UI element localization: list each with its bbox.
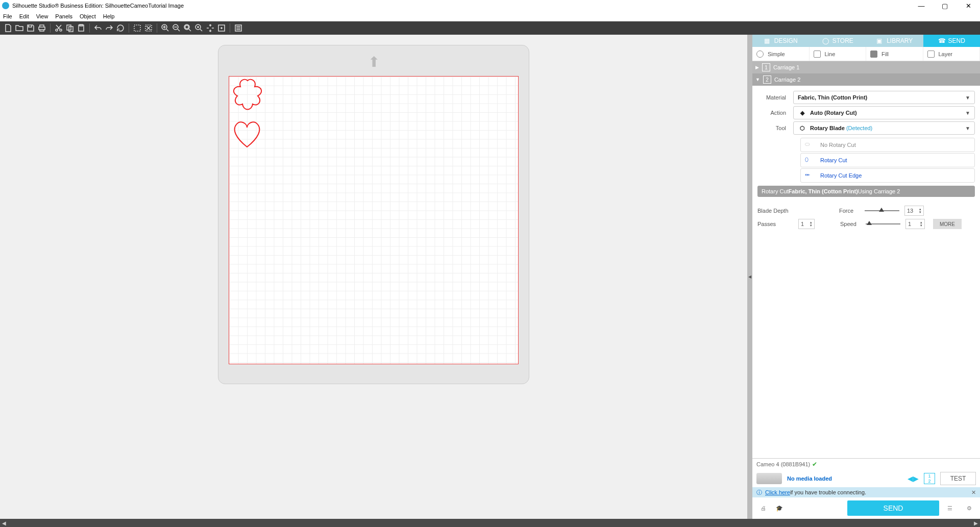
mode-fill[interactable]: Fill [866,47,923,61]
zoom-in-icon[interactable] [160,23,170,33]
material-dropdown[interactable]: Fabric, Thin (Cotton Print) ▼ [793,91,975,104]
caret-down-icon: ▼ [965,110,970,116]
zoom-out-icon[interactable] [172,23,182,33]
open-file-icon[interactable] [14,23,24,33]
fit-page-icon[interactable] [216,23,227,33]
redo-icon[interactable] [104,23,114,33]
carriage-2-label: Carriage 2 [774,77,800,83]
speed-slider[interactable] [866,221,900,227]
flower-shape[interactable] [231,79,264,112]
zoom-selection-icon[interactable] [183,23,193,33]
toolbar [0,21,980,35]
separator [157,23,157,33]
menu-view[interactable]: View [36,13,48,19]
test-button[interactable]: TEST [940,472,976,485]
tool-settings: Material Fabric, Thin (Cotton Print) ▼ A… [752,86,980,201]
tab-design[interactable]: ▦DESIGN [752,35,810,47]
stepper-icon[interactable]: ▴▾ [810,221,812,227]
carriage-toggle[interactable]: 12 [924,473,935,484]
horizontal-scrollbar[interactable]: ◀ ▶ [0,519,980,527]
tool-row: Tool ⬡Rotary Blade (Detected) ▼ [757,120,975,136]
graduation-icon[interactable]: 🎓 [774,503,785,514]
force-slider[interactable] [865,208,899,213]
passes-input[interactable]: 1▴▾ [798,219,815,229]
tab-library[interactable]: ▣LIBRARY [866,35,923,47]
action-dropdown[interactable]: ◆Auto (Rotary Cut) ▼ [793,106,975,119]
action-value: Auto (Rotary Cut) [810,110,857,116]
gear-icon[interactable]: ⚙ [964,503,975,514]
rotary-edge-icon: ⬰ [805,171,815,180]
mode-line[interactable]: Line [810,47,867,61]
carriage-1-header[interactable]: ▶ 1 Carriage 1 [752,61,980,73]
option-rotary-cut[interactable]: ⬯ Rotary Cut [800,153,975,167]
tool-dropdown[interactable]: ⬡Rotary Blade (Detected) ▼ [793,121,975,135]
close-trouble-icon[interactable]: ✕ [971,489,976,496]
mode-simple-label: Simple [768,51,785,57]
refresh-icon[interactable] [115,23,126,33]
new-file-icon[interactable] [3,23,13,33]
action-row: Action ◆Auto (Rotary Cut) ▼ [757,105,975,120]
tab-design-label: DESIGN [774,37,798,44]
cutting-mat: ⬆ [218,45,529,384]
load-arrow-icon: ⬆ [368,54,380,70]
info-icon: ⓘ [756,489,762,496]
minimize-button[interactable]: — [910,0,933,11]
trouble-link[interactable]: Click here [765,489,790,495]
heart-shape[interactable] [231,119,263,149]
mode-layer-label: Layer [939,51,953,57]
blade-depth-label: Blade Depth [757,208,793,214]
cut-icon[interactable] [54,23,64,33]
blade-icon: ◆ [798,108,807,117]
scroll-left-icon[interactable]: ◀ [0,519,8,527]
window-controls: — ▢ ✕ [910,0,980,11]
mode-fill-label: Fill [881,51,889,57]
more-label: MORE [940,221,955,227]
device-icon[interactable]: 🖨 [757,503,769,514]
load-arrows-icon[interactable]: ◀▶ [908,474,919,483]
option-rotary-cut-edge[interactable]: ⬰ Rotary Cut Edge [800,168,975,183]
save-icon[interactable] [26,23,36,33]
zoom-drag-icon[interactable] [194,23,204,33]
stepper-icon[interactable]: ▴▾ [919,208,921,214]
send-icon: ☎ [938,37,945,44]
scroll-right-icon[interactable]: ▶ [972,519,980,527]
passes-label: Passes [757,221,793,227]
rotary-cut-icon: ⬯ [805,156,815,164]
separator [129,23,129,33]
design-canvas[interactable] [229,76,519,364]
preferences-icon[interactable] [233,23,243,33]
deselect-icon[interactable] [143,23,154,33]
menu-edit[interactable]: Edit [19,13,29,19]
copy-icon[interactable] [65,23,75,33]
more-button[interactable]: MORE [933,219,962,229]
caret-down-icon: ▼ [965,126,970,131]
mode-layer[interactable]: Layer [923,47,981,61]
print-icon[interactable] [37,23,47,33]
close-button[interactable]: ✕ [957,0,980,11]
carriage-2-header[interactable]: ▼ 2 Carriage 2 [752,73,980,86]
list-icon[interactable]: ☰ [944,503,955,514]
menu-panels[interactable]: Panels [55,13,72,19]
menu-help[interactable]: Help [103,13,115,19]
tab-send[interactable]: ☎SEND [923,35,981,47]
maximize-button[interactable]: ▢ [933,0,957,11]
force-input[interactable]: 13▴▾ [904,206,924,216]
canvas-area[interactable]: ⬆ [0,35,747,519]
send-button-label: SEND [884,504,903,512]
menu-object[interactable]: Object [80,13,96,19]
option-no-rotary-cut[interactable]: ⬭ No Rotary Cut [800,138,975,152]
tab-store[interactable]: ◯STORE [810,35,867,47]
undo-icon[interactable] [93,23,103,33]
paste-icon[interactable] [76,23,86,33]
cut-options: ⬭ No Rotary Cut ⬯ Rotary Cut ⬰ Rotary Cu… [800,138,975,183]
spacer [752,234,980,458]
speed-input[interactable]: 1▴▾ [905,219,925,229]
send-button[interactable]: SEND [847,500,939,516]
select-all-icon[interactable] [132,23,142,33]
mat-preview-icon [756,473,782,484]
stepper-icon[interactable]: ▴▾ [920,221,922,227]
mode-simple[interactable]: Simple [752,47,810,61]
panel-splitter[interactable] [747,35,752,519]
menu-file[interactable]: File [3,13,12,19]
pan-icon[interactable] [205,23,215,33]
